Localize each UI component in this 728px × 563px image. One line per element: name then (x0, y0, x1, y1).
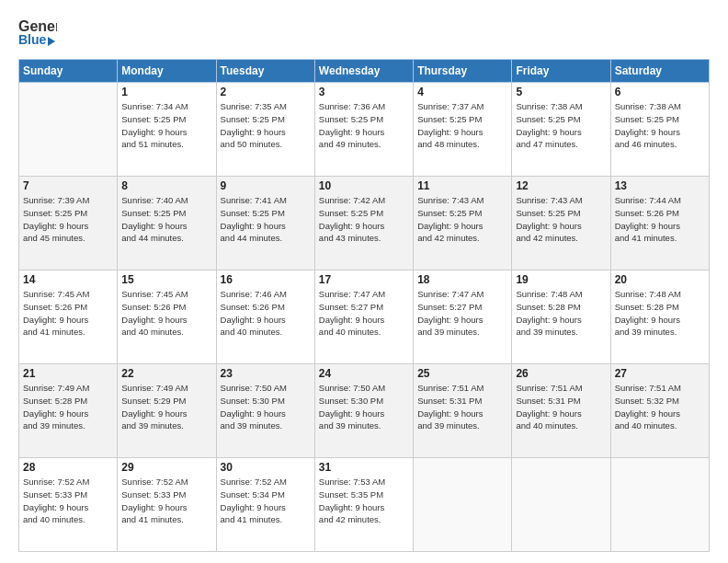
day-number: 18 (417, 273, 507, 286)
calendar-cell (512, 458, 610, 552)
day-info: Sunrise: 7:35 AM Sunset: 5:25 PM Dayligh… (221, 100, 311, 151)
day-info: Sunrise: 7:40 AM Sunset: 5:25 PM Dayligh… (121, 194, 211, 245)
day-number: 31 (319, 461, 409, 474)
day-info: Sunrise: 7:39 AM Sunset: 5:25 PM Dayligh… (23, 194, 113, 245)
day-number: 9 (221, 179, 311, 192)
day-header-friday: Friday (512, 60, 610, 83)
day-number: 28 (23, 461, 113, 474)
calendar-cell: 30Sunrise: 7:52 AM Sunset: 5:34 PM Dayli… (216, 458, 314, 552)
day-info: Sunrise: 7:52 AM Sunset: 5:33 PM Dayligh… (23, 476, 113, 526)
day-number: 29 (121, 461, 211, 474)
day-info: Sunrise: 7:43 AM Sunset: 5:25 PM Dayligh… (516, 194, 606, 245)
day-header-saturday: Saturday (610, 60, 709, 83)
day-header-wednesday: Wednesday (314, 60, 413, 83)
day-info: Sunrise: 7:52 AM Sunset: 5:33 PM Dayligh… (121, 476, 211, 526)
day-number: 22 (121, 367, 211, 380)
day-number: 16 (221, 273, 311, 286)
day-number: 15 (121, 273, 211, 286)
calendar-cell: 25Sunrise: 7:51 AM Sunset: 5:31 PM Dayli… (414, 364, 512, 458)
calendar-cell: 22Sunrise: 7:49 AM Sunset: 5:29 PM Dayli… (118, 364, 216, 458)
calendar-cell: 7Sunrise: 7:39 AM Sunset: 5:25 PM Daylig… (19, 177, 118, 270)
day-number: 27 (615, 367, 705, 380)
calendar-cell (414, 458, 512, 552)
day-info: Sunrise: 7:37 AM Sunset: 5:25 PM Dayligh… (417, 100, 507, 151)
day-info: Sunrise: 7:51 AM Sunset: 5:31 PM Dayligh… (516, 382, 606, 432)
day-number: 10 (319, 179, 409, 192)
calendar-cell: 20Sunrise: 7:48 AM Sunset: 5:28 PM Dayli… (610, 270, 709, 364)
day-info: Sunrise: 7:48 AM Sunset: 5:28 PM Dayligh… (516, 288, 606, 339)
calendar-cell: 28Sunrise: 7:52 AM Sunset: 5:33 PM Dayli… (19, 458, 118, 552)
calendar-cell: 5Sunrise: 7:38 AM Sunset: 5:25 PM Daylig… (512, 83, 610, 177)
day-info: Sunrise: 7:41 AM Sunset: 5:25 PM Dayligh… (221, 194, 311, 245)
day-info: Sunrise: 7:50 AM Sunset: 5:30 PM Dayligh… (221, 382, 311, 432)
logo: GeneralBlue (18, 17, 57, 50)
calendar-cell: 1Sunrise: 7:34 AM Sunset: 5:25 PM Daylig… (118, 83, 216, 177)
calendar-table: SundayMondayTuesdayWednesdayThursdayFrid… (18, 59, 710, 552)
calendar-cell: 10Sunrise: 7:42 AM Sunset: 5:25 PM Dayli… (314, 177, 413, 270)
day-info: Sunrise: 7:52 AM Sunset: 5:34 PM Dayligh… (221, 476, 311, 526)
day-info: Sunrise: 7:45 AM Sunset: 5:26 PM Dayligh… (121, 288, 211, 339)
calendar-cell: 11Sunrise: 7:43 AM Sunset: 5:25 PM Dayli… (414, 177, 512, 270)
day-header-sunday: Sunday (19, 60, 118, 83)
calendar-week-row: 14Sunrise: 7:45 AM Sunset: 5:26 PM Dayli… (19, 270, 710, 364)
day-info: Sunrise: 7:43 AM Sunset: 5:25 PM Dayligh… (417, 194, 507, 245)
calendar-cell: 15Sunrise: 7:45 AM Sunset: 5:26 PM Dayli… (118, 270, 216, 364)
calendar-cell: 18Sunrise: 7:47 AM Sunset: 5:27 PM Dayli… (414, 270, 512, 364)
calendar-cell: 12Sunrise: 7:43 AM Sunset: 5:25 PM Dayli… (512, 177, 610, 270)
day-number: 20 (615, 273, 705, 286)
calendar-week-row: 7Sunrise: 7:39 AM Sunset: 5:25 PM Daylig… (19, 177, 710, 270)
calendar-cell: 13Sunrise: 7:44 AM Sunset: 5:26 PM Dayli… (610, 177, 709, 270)
header: GeneralBlue (18, 17, 710, 50)
day-info: Sunrise: 7:47 AM Sunset: 5:27 PM Dayligh… (417, 288, 507, 339)
calendar-cell: 31Sunrise: 7:53 AM Sunset: 5:35 PM Dayli… (314, 458, 413, 552)
calendar-cell: 9Sunrise: 7:41 AM Sunset: 5:25 PM Daylig… (216, 177, 314, 270)
calendar-cell: 2Sunrise: 7:35 AM Sunset: 5:25 PM Daylig… (216, 83, 314, 177)
calendar-cell: 17Sunrise: 7:47 AM Sunset: 5:27 PM Dayli… (314, 270, 413, 364)
calendar-cell: 27Sunrise: 7:51 AM Sunset: 5:32 PM Dayli… (610, 364, 709, 458)
day-info: Sunrise: 7:44 AM Sunset: 5:26 PM Dayligh… (615, 194, 705, 245)
day-number: 23 (221, 367, 311, 380)
day-number: 24 (319, 367, 409, 380)
day-info: Sunrise: 7:49 AM Sunset: 5:29 PM Dayligh… (121, 382, 211, 432)
calendar-cell: 16Sunrise: 7:46 AM Sunset: 5:26 PM Dayli… (216, 270, 314, 364)
day-number: 12 (516, 179, 606, 192)
calendar-cell: 19Sunrise: 7:48 AM Sunset: 5:28 PM Dayli… (512, 270, 610, 364)
day-number: 7 (23, 179, 113, 192)
day-info: Sunrise: 7:50 AM Sunset: 5:30 PM Dayligh… (319, 382, 409, 432)
calendar-cell: 3Sunrise: 7:36 AM Sunset: 5:25 PM Daylig… (314, 83, 413, 177)
day-info: Sunrise: 7:46 AM Sunset: 5:26 PM Dayligh… (221, 288, 311, 339)
day-info: Sunrise: 7:34 AM Sunset: 5:25 PM Dayligh… (121, 100, 211, 151)
day-number: 3 (319, 86, 409, 98)
day-number: 21 (23, 367, 113, 380)
calendar-cell: 29Sunrise: 7:52 AM Sunset: 5:33 PM Dayli… (118, 458, 216, 552)
day-number: 26 (516, 367, 606, 380)
day-number: 13 (615, 179, 705, 192)
day-header-thursday: Thursday (414, 60, 512, 83)
calendar-cell: 21Sunrise: 7:49 AM Sunset: 5:28 PM Dayli… (19, 364, 118, 458)
day-info: Sunrise: 7:42 AM Sunset: 5:25 PM Dayligh… (319, 194, 409, 245)
day-number: 4 (417, 86, 507, 98)
day-number: 25 (417, 367, 507, 380)
calendar-header-row: SundayMondayTuesdayWednesdayThursdayFrid… (19, 60, 710, 83)
day-info: Sunrise: 7:47 AM Sunset: 5:27 PM Dayligh… (319, 288, 409, 339)
calendar-cell: 14Sunrise: 7:45 AM Sunset: 5:26 PM Dayli… (19, 270, 118, 364)
calendar-cell: 24Sunrise: 7:50 AM Sunset: 5:30 PM Dayli… (314, 364, 413, 458)
svg-text:Blue: Blue (18, 32, 47, 47)
calendar-cell: 8Sunrise: 7:40 AM Sunset: 5:25 PM Daylig… (118, 177, 216, 270)
day-number: 14 (23, 273, 113, 286)
day-header-tuesday: Tuesday (216, 60, 314, 83)
calendar-cell: 26Sunrise: 7:51 AM Sunset: 5:31 PM Dayli… (512, 364, 610, 458)
logo: GeneralBlue (18, 17, 57, 50)
calendar-cell: 23Sunrise: 7:50 AM Sunset: 5:30 PM Dayli… (216, 364, 314, 458)
day-number: 17 (319, 273, 409, 286)
svg-marker-2 (48, 37, 55, 46)
calendar-week-row: 21Sunrise: 7:49 AM Sunset: 5:28 PM Dayli… (19, 364, 710, 458)
day-number: 2 (221, 86, 311, 98)
day-info: Sunrise: 7:48 AM Sunset: 5:28 PM Dayligh… (615, 288, 705, 339)
day-info: Sunrise: 7:45 AM Sunset: 5:26 PM Dayligh… (23, 288, 113, 339)
generalblue-icon: GeneralBlue (18, 17, 57, 50)
day-number: 8 (121, 179, 211, 192)
day-header-monday: Monday (118, 60, 216, 83)
day-number: 19 (516, 273, 606, 286)
calendar-week-row: 28Sunrise: 7:52 AM Sunset: 5:33 PM Dayli… (19, 458, 710, 552)
